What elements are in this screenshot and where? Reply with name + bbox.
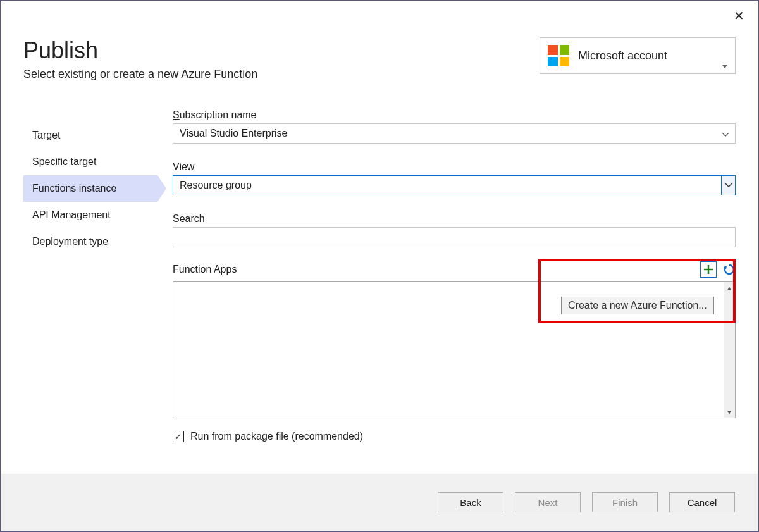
chevron-down-icon xyxy=(722,65,727,68)
sidebar-item-label: API Management xyxy=(32,209,111,221)
view-label: View xyxy=(173,161,736,173)
wizard-sidebar: Target Specific target Functions instanc… xyxy=(23,109,157,472)
view-select[interactable]: Resource group xyxy=(173,175,736,195)
function-apps-label: Function Apps xyxy=(173,264,237,275)
chevron-down-icon xyxy=(722,128,729,139)
page-title: Publish xyxy=(23,37,257,64)
title-block: Publish Select existing or create a new … xyxy=(23,37,257,81)
search-input[interactable] xyxy=(173,227,736,247)
sidebar-item-label: Target xyxy=(32,130,60,141)
cancel-button[interactable]: Cancel xyxy=(669,492,735,512)
create-new-function-button[interactable] xyxy=(700,261,717,278)
microsoft-logo-icon xyxy=(548,45,569,66)
dialog-footer: Back Next Finish Cancel xyxy=(1,474,758,531)
sidebar-item-label: Specific target xyxy=(32,156,96,168)
sidebar-item-deployment-type[interactable]: Deployment type xyxy=(23,228,157,255)
subscription-label: Subscription name xyxy=(173,109,736,121)
form-panel: Subscription name Visual Studio Enterpri… xyxy=(157,109,736,472)
run-from-package-checkbox[interactable]: ✓ xyxy=(173,431,184,442)
scroll-up-icon[interactable]: ▲ xyxy=(724,282,735,294)
sidebar-item-label: Deployment type xyxy=(32,236,108,247)
sidebar-item-target[interactable]: Target xyxy=(23,122,157,149)
sidebar-item-functions-instance[interactable]: Functions instance xyxy=(23,175,157,202)
plus-icon xyxy=(703,264,714,275)
back-button[interactable]: Back xyxy=(438,492,503,512)
next-button: Next xyxy=(515,492,581,512)
scroll-down-icon[interactable]: ▼ xyxy=(724,406,735,418)
refresh-icon xyxy=(723,263,736,276)
search-label: Search xyxy=(173,213,736,225)
account-selector[interactable]: Microsoft account xyxy=(540,37,736,74)
subscription-value: Visual Studio Enterprise xyxy=(180,128,287,139)
finish-button: Finish xyxy=(592,492,658,512)
scrollbar[interactable]: ▲ ▼ xyxy=(724,282,735,418)
page-subtitle: Select existing or create a new Azure Fu… xyxy=(23,68,257,81)
subscription-select[interactable]: Visual Studio Enterprise xyxy=(173,123,736,144)
sidebar-item-api-management[interactable]: API Management xyxy=(23,202,157,228)
chevron-down-icon xyxy=(721,176,735,195)
sidebar-item-label: Functions instance xyxy=(32,183,116,194)
create-function-tooltip: Create a new Azure Function... xyxy=(561,297,714,314)
account-label: Microsoft account xyxy=(578,49,722,63)
refresh-button[interactable] xyxy=(723,263,736,276)
view-value: Resource group xyxy=(180,180,252,191)
run-from-package-label: Run from package file (recommended) xyxy=(190,431,363,442)
close-icon[interactable]: ✕ xyxy=(734,9,744,22)
sidebar-item-specific-target[interactable]: Specific target xyxy=(23,149,157,175)
